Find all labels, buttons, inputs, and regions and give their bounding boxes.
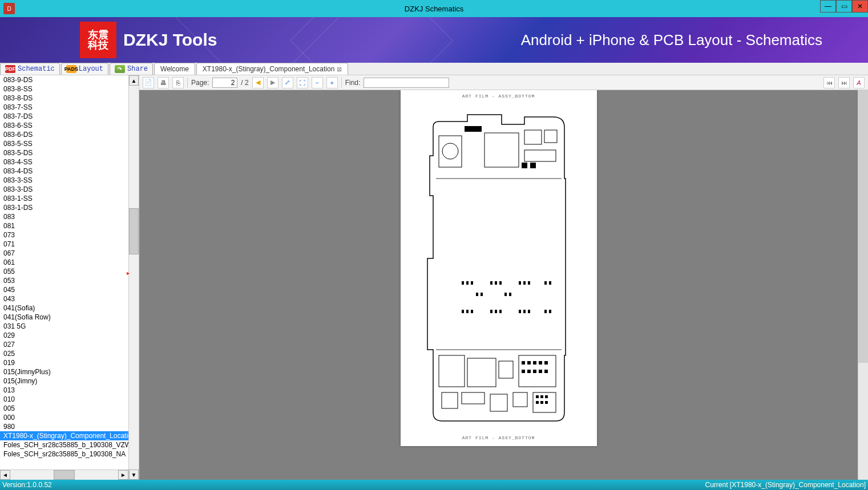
list-item[interactable]: 027 bbox=[0, 340, 128, 349]
svg-rect-51 bbox=[533, 370, 536, 373]
list-item[interactable]: 000 bbox=[0, 413, 128, 422]
list-item[interactable]: Foles_SCH_sr28c35885_b_190308_NA bbox=[0, 449, 128, 459]
copy-button[interactable]: 📄 bbox=[143, 77, 154, 88]
list-item[interactable]: 083-1-SS bbox=[0, 194, 128, 203]
list-item[interactable]: 067 bbox=[0, 249, 128, 258]
svg-rect-50 bbox=[527, 370, 531, 373]
vscroll-up[interactable]: ▲ bbox=[129, 75, 139, 86]
svg-rect-18 bbox=[544, 281, 547, 285]
list-item[interactable]: 083-9-DS bbox=[0, 75, 128, 84]
list-item[interactable]: 083-4-DS bbox=[0, 167, 128, 176]
main: 083-9-DS083-8-SS083-8-DS083-7-SS083-7-DS… bbox=[0, 75, 868, 480]
doc-tab[interactable]: Welcome bbox=[154, 63, 195, 75]
minimize-button[interactable]: — bbox=[820, 0, 836, 13]
svg-rect-36 bbox=[467, 358, 496, 387]
list-item[interactable]: 083-1-DS bbox=[0, 203, 128, 212]
svg-rect-59 bbox=[545, 401, 548, 404]
sheet-bottom-caption: ART FILM - ASSY_BOTTOM bbox=[405, 435, 592, 440]
statusbar: Version:1.0.0.52 Current [XT1980-x_(Stin… bbox=[0, 480, 868, 490]
svg-rect-26 bbox=[471, 310, 473, 313]
canvas-area[interactable]: ART FILM - ASSY_BOTTOM bbox=[139, 90, 858, 480]
vscroll-thumb[interactable] bbox=[129, 208, 139, 254]
text-style-button[interactable]: A bbox=[853, 77, 865, 88]
vscroll-down[interactable]: ▼ bbox=[129, 469, 139, 480]
svg-rect-13 bbox=[495, 281, 497, 285]
list-item[interactable]: 019 bbox=[0, 358, 128, 367]
svg-rect-33 bbox=[544, 310, 547, 313]
find-input[interactable] bbox=[364, 78, 449, 88]
list-item[interactable]: 015(Jimny) bbox=[0, 376, 128, 386]
list-item[interactable]: 029 bbox=[0, 331, 128, 340]
maximize-button[interactable]: ▭ bbox=[836, 0, 852, 13]
doc-tab-close-icon[interactable]: ⊠ bbox=[337, 66, 342, 73]
doc-tab[interactable]: XT1980-x_(Stingray)_Component_Location⊠ bbox=[196, 63, 348, 75]
tab-share[interactable]: ↷ Share bbox=[110, 63, 153, 75]
list-item[interactable]: 083-3-DS bbox=[0, 185, 128, 194]
fit-width-button[interactable]: ⤢ bbox=[282, 77, 293, 88]
viewer-vscroll-thumb[interactable] bbox=[858, 90, 868, 363]
list-item[interactable]: 083-8-SS bbox=[0, 84, 128, 94]
list-item[interactable]: 073 bbox=[0, 230, 128, 240]
list-item[interactable]: 083-6-SS bbox=[0, 121, 128, 130]
sidebar-hscroll[interactable]: ◄ ► bbox=[0, 469, 128, 480]
list-item[interactable]: 041(Sofia Row) bbox=[0, 313, 128, 322]
zoom-out-button[interactable]: − bbox=[312, 77, 323, 88]
list-item[interactable]: 083-4-SS bbox=[0, 157, 128, 167]
svg-rect-25 bbox=[466, 310, 469, 313]
export-button[interactable]: ⎘ bbox=[172, 77, 184, 88]
svg-rect-42 bbox=[513, 392, 527, 407]
list-item[interactable]: 083-7-SS bbox=[0, 103, 128, 112]
svg-rect-20 bbox=[476, 293, 478, 296]
next-page-button[interactable]: ▶ bbox=[267, 77, 278, 88]
tab-layout[interactable]: PADS Layout bbox=[61, 63, 108, 75]
list-item[interactable]: 041(Sofia) bbox=[0, 303, 128, 313]
list-item[interactable]: 980 bbox=[0, 422, 128, 431]
list-item[interactable]: 015(JimnyPlus) bbox=[0, 367, 128, 376]
list-item[interactable]: 083-5-SS bbox=[0, 139, 128, 148]
list-item[interactable]: 083-8-DS bbox=[0, 94, 128, 103]
svg-rect-12 bbox=[490, 281, 492, 285]
list-item[interactable]: 083-3-SS bbox=[0, 176, 128, 185]
sidebar-vscroll[interactable]: ▲ ▸ ▼ bbox=[128, 75, 139, 480]
svg-rect-46 bbox=[533, 361, 536, 365]
tab-schematic[interactable]: PDF Schematic bbox=[0, 63, 60, 75]
list-item[interactable]: 013 bbox=[0, 386, 128, 395]
list-item[interactable]: 083-5-DS bbox=[0, 148, 128, 157]
list-item[interactable]: 045 bbox=[0, 285, 128, 294]
svg-rect-54 bbox=[536, 395, 539, 398]
close-button[interactable]: ✕ bbox=[852, 0, 868, 13]
viewer-vscroll[interactable] bbox=[858, 90, 868, 480]
prev-page-button[interactable]: ◀ bbox=[252, 77, 264, 88]
list-item[interactable]: 005 bbox=[0, 404, 128, 413]
list-item[interactable]: Foles_SCH_sr28c35885_b_190308_VZW bbox=[0, 440, 128, 449]
hscroll-left[interactable]: ◄ bbox=[0, 470, 10, 480]
page-input[interactable] bbox=[212, 78, 237, 88]
zoom-in-button[interactable]: + bbox=[326, 77, 338, 88]
list-item[interactable]: 061 bbox=[0, 258, 128, 267]
list-item[interactable]: 031 5G bbox=[0, 322, 128, 331]
list-item[interactable]: 010 bbox=[0, 395, 128, 404]
find-prev-button[interactable]: ⏮ bbox=[823, 77, 835, 88]
window-controls: — ▭ ✕ bbox=[820, 0, 868, 13]
print-button[interactable]: 🖶 bbox=[158, 77, 169, 88]
svg-rect-4 bbox=[544, 130, 557, 143]
list-item[interactable]: 083-6-DS bbox=[0, 130, 128, 139]
list-item[interactable]: 025 bbox=[0, 349, 128, 358]
svg-rect-45 bbox=[527, 361, 531, 365]
svg-rect-29 bbox=[499, 310, 502, 313]
list-item[interactable]: 083-7-DS bbox=[0, 112, 128, 121]
list-item[interactable]: 055 bbox=[0, 267, 128, 276]
list-item[interactable]: 043 bbox=[0, 294, 128, 303]
list-item-selected[interactable]: XT1980-x_(Stingray)_Component_Location bbox=[0, 431, 128, 440]
hscroll-right[interactable]: ► bbox=[118, 470, 128, 480]
list-item[interactable]: 071 bbox=[0, 240, 128, 249]
hscroll-thumb[interactable] bbox=[54, 470, 75, 480]
sidebar: 083-9-DS083-8-SS083-8-DS083-7-SS083-7-DS… bbox=[0, 75, 139, 480]
list-item[interactable]: 083 bbox=[0, 212, 128, 221]
fit-page-button[interactable]: ⛶ bbox=[297, 77, 308, 88]
sidebar-list[interactable]: 083-9-DS083-8-SS083-8-DS083-7-SS083-7-DS… bbox=[0, 75, 128, 469]
list-item[interactable]: 053 bbox=[0, 276, 128, 285]
svg-rect-22 bbox=[504, 293, 507, 296]
find-next-button[interactable]: ⏭ bbox=[838, 77, 850, 88]
list-item[interactable]: 081 bbox=[0, 221, 128, 230]
